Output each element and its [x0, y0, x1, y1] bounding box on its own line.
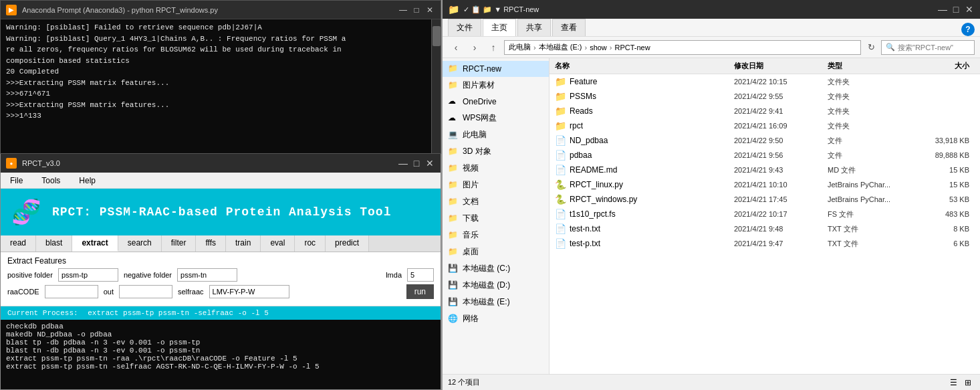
table-row[interactable]: 📁 PSSMs 2021/4/22 9:55 文件夹 — [549, 89, 980, 104]
rpct-maximize-button[interactable]: □ — [411, 158, 422, 169]
tab-blast[interactable]: blast — [36, 235, 72, 252]
path-rpct-new[interactable]: RPCT-new — [614, 43, 650, 52]
file-type: TXT 文件 — [828, 239, 921, 249]
table-row[interactable]: 📄 test-p.txt 2021/4/21 9:47 TXT 文件 6 KB — [549, 236, 980, 251]
terminal-scrollbar[interactable] — [431, 19, 441, 153]
table-row[interactable]: 🐍 RPCT_linux.py 2021/4/21 10:10 JetBrain… — [549, 177, 980, 192]
path-show[interactable]: show — [590, 43, 607, 52]
view-buttons: ☰ ⊞ — [947, 376, 975, 389]
sidebar-item-14[interactable]: 💾 本地磁盘 (E:) — [443, 294, 549, 310]
view-details-button[interactable]: ☰ — [947, 376, 960, 389]
sidebar-item-10[interactable]: 📁 音乐 — [443, 227, 549, 243]
sidebar-icon-5: 📁 — [448, 147, 459, 157]
file-type: 文件 — [828, 151, 921, 161]
tab-fffs[interactable]: fffs — [196, 235, 226, 252]
file-list: 名称 修改日期 类型 大小 📁 Feature 2021/4/22 10:15 … — [549, 58, 980, 374]
file-icon: 📄 — [555, 150, 566, 161]
py-file-icon: 🐍 — [555, 179, 566, 190]
sidebar-label-13: 本地磁盘 (D:) — [463, 280, 510, 291]
file-name: test-n.txt — [570, 224, 734, 233]
tab-predict[interactable]: predict — [326, 235, 369, 252]
extract-area: Extract Features positive folder negativ… — [1, 252, 441, 306]
negative-folder-input[interactable] — [177, 268, 237, 282]
file-name: t1s10_rpct.fs — [570, 209, 734, 219]
run-button[interactable]: run — [406, 284, 434, 299]
search-input[interactable] — [898, 43, 970, 52]
explorer-close-button[interactable]: ✕ — [964, 4, 975, 15]
table-row[interactable]: 📄 ND_pdbaa 2021/4/22 9:50 文件 33,918 KB — [549, 133, 980, 148]
menu-help[interactable]: Help — [75, 175, 100, 187]
address-path[interactable]: 此电脑 › 本地磁盘 (E:) › show › RPCT-new — [504, 40, 861, 55]
tab-train[interactable]: train — [226, 235, 261, 252]
view-tiles-button[interactable]: ⊞ — [961, 376, 975, 389]
file-size: 6 KB — [921, 239, 975, 248]
nav-up-button[interactable]: ↑ — [485, 39, 501, 56]
file-date: 2021/4/22 10:17 — [734, 210, 828, 218]
file-list-body: 📁 Feature 2021/4/22 10:15 文件夹 📁 PSSMs 20… — [549, 74, 980, 374]
sidebar-item-4[interactable]: 💻 此电脑 — [443, 126, 549, 143]
sidebar-item-7[interactable]: 📁 图片 — [443, 177, 549, 193]
col-header-date[interactable]: 修改日期 — [734, 61, 828, 71]
sidebar-item-6[interactable]: 📁 视频 — [443, 160, 549, 177]
rpct-minimize-button[interactable]: — — [398, 158, 408, 169]
lmda-input[interactable] — [407, 268, 434, 282]
menu-file[interactable]: File — [6, 175, 27, 187]
table-row[interactable]: 📄 pdbaa 2021/4/21 9:56 文件 89,888 KB — [549, 148, 980, 163]
terminal-close-button[interactable]: ✕ — [424, 5, 435, 15]
rpct-window-icon: ● — [6, 158, 17, 169]
terminal-minimize-button[interactable]: — — [398, 5, 408, 15]
search-box[interactable]: 🔍 — [881, 40, 975, 55]
sidebar-item-13[interactable]: 💾 本地磁盘 (D:) — [443, 277, 549, 294]
selfraac-input[interactable] — [209, 285, 289, 298]
sidebar-icon-9: 📁 — [448, 213, 459, 224]
ribbon-tab-file[interactable]: 文件 — [448, 19, 481, 36]
tab-read[interactable]: read — [1, 235, 36, 252]
sidebar-item-11[interactable]: 📁 桌面 — [443, 243, 549, 260]
sidebar-item-2[interactable]: ☁ OneDrive — [443, 94, 549, 110]
rpct-close-button[interactable]: ✕ — [424, 158, 435, 169]
col-header-name[interactable]: 名称 — [555, 61, 734, 71]
menu-tools[interactable]: Tools — [37, 175, 64, 187]
sidebar-item-0[interactable]: 📁 RPCT-new — [443, 61, 549, 77]
out-label: out — [104, 288, 114, 296]
raacode-input[interactable] — [45, 285, 98, 298]
sidebar-item-1[interactable]: 📁 图片素材 — [443, 77, 549, 94]
table-row[interactable]: 📁 Reads 2021/4/22 9:41 文件夹 — [549, 104, 980, 118]
nav-back-button[interactable]: ‹ — [448, 39, 464, 56]
table-row[interactable]: 📄 t1s10_rpct.fs 2021/4/22 10:17 FS 文件 48… — [549, 207, 980, 221]
tab-extract[interactable]: extract — [72, 235, 118, 252]
help-button[interactable]: ? — [961, 23, 975, 36]
tab-roc[interactable]: roc — [295, 235, 326, 252]
sidebar-item-15[interactable]: 🌐 网络 — [443, 310, 549, 327]
path-drive-e[interactable]: 本地磁盘 (E:) — [539, 42, 582, 52]
refresh-button[interactable]: ↻ — [864, 40, 878, 55]
col-header-size[interactable]: 大小 — [921, 61, 975, 71]
table-row[interactable]: 📄 README.md 2021/4/21 9:43 MD 文件 15 KB — [549, 163, 980, 177]
table-row[interactable]: 📁 Feature 2021/4/22 10:15 文件夹 — [549, 74, 980, 89]
table-row[interactable]: 🐍 RPCT_windows.py 2021/4/21 17:45 JetBra… — [549, 192, 980, 207]
sidebar-item-3[interactable]: ☁ WPS网盘 — [443, 110, 549, 126]
table-row[interactable]: 📁 rpct 2021/4/21 16:09 文件夹 — [549, 118, 980, 133]
sidebar-item-12[interactable]: 💾 本地磁盘 (C:) — [443, 260, 549, 277]
file-name: test-p.txt — [570, 239, 734, 248]
ribbon-tab-view[interactable]: 查看 — [552, 19, 586, 36]
sidebar-item-9[interactable]: 📁 下载 — [443, 210, 549, 227]
table-row[interactable]: 📄 test-n.txt 2021/4/21 9:48 TXT 文件 8 KB — [549, 221, 980, 236]
ribbon-tab-home[interactable]: 主页 — [483, 19, 516, 36]
tab-eval[interactable]: eval — [261, 235, 295, 252]
col-header-type[interactable]: 类型 — [828, 61, 921, 71]
tab-filter[interactable]: filter — [162, 235, 197, 252]
nav-forward-button[interactable]: › — [467, 39, 483, 56]
path-thispc[interactable]: 此电脑 — [509, 42, 531, 52]
sidebar-item-8[interactable]: 📁 文档 — [443, 193, 549, 210]
explorer-minimize-button[interactable]: — — [937, 4, 948, 15]
file-size: 33,918 KB — [921, 136, 975, 144]
terminal-maximize-button[interactable]: □ — [411, 5, 422, 15]
tab-search[interactable]: search — [118, 235, 162, 252]
out-input[interactable] — [119, 285, 172, 298]
explorer-maximize-button[interactable]: □ — [951, 4, 961, 15]
sidebar-item-5[interactable]: 📁 3D 对象 — [443, 143, 549, 160]
positive-folder-input[interactable] — [58, 268, 118, 282]
tab-bar: readblastextractsearchfilterfffstraineva… — [1, 235, 441, 252]
ribbon-tab-share[interactable]: 共享 — [517, 19, 551, 36]
